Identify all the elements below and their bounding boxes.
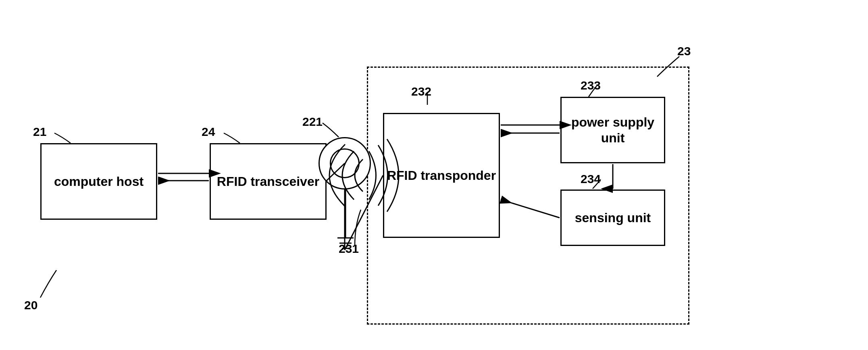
rfid-transceiver-label: RFID transceiver (217, 174, 319, 189)
rfid-transponder-label: RFID transponder (387, 168, 496, 183)
ref-24: 24 (202, 125, 215, 139)
ref-23: 23 (677, 44, 691, 58)
ref-21: 21 (33, 125, 46, 139)
rfid-transceiver-box: RFID transceiver (210, 143, 327, 220)
ref-233: 233 (581, 79, 601, 92)
ref-221: 221 (302, 115, 323, 129)
ref-20: 20 (24, 298, 37, 312)
ref-231: 231 (339, 242, 359, 256)
diagram-container: computer host RFID transceiver RFID tran… (0, 0, 868, 350)
sensing-unit-box: sensing unit (560, 190, 665, 246)
antenna-inner-circle (330, 148, 360, 178)
power-supply-label: power supply unit (562, 115, 664, 146)
ref-232: 232 (411, 85, 431, 98)
rfid-transponder-box: RFID transponder (383, 113, 500, 238)
ref-234: 234 (581, 172, 601, 186)
computer-host-label: computer host (54, 174, 144, 189)
computer-host-box: computer host (40, 143, 157, 220)
power-supply-box: power supply unit (560, 97, 665, 163)
sensing-unit-label: sensing unit (575, 210, 651, 225)
